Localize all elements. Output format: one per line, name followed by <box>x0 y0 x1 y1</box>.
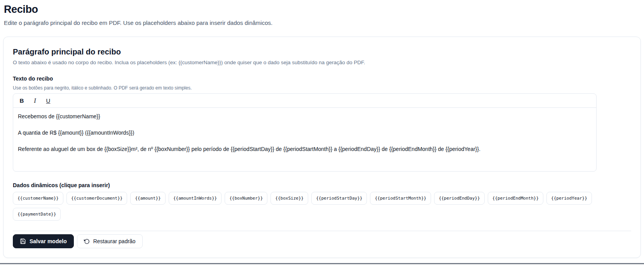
placeholder-chip-periodStartDay[interactable]: {{periodStartDay}} <box>311 192 367 205</box>
card-footer: Salvar modelo Restaurar padrão <box>13 231 631 248</box>
bold-button[interactable]: B <box>16 95 27 106</box>
page-title: Recibo <box>4 3 641 16</box>
placeholder-chip-amountInWords[interactable]: {{amountInWords}} <box>169 192 222 205</box>
editor-paragraph: Recebemos de {{customerName}} <box>18 112 592 120</box>
editor-paragraph: A quantia de R$ {{amount}} ({{amountInWo… <box>18 129 592 137</box>
editor-toolbar: B I U <box>13 94 596 108</box>
save-template-button[interactable]: Salvar modelo <box>13 234 74 248</box>
editor-help-text: Use os botões para negrito, itálico e su… <box>13 85 631 91</box>
placeholder-chip-paymentDate[interactable]: {{paymentDate}} <box>13 208 61 221</box>
placeholders-label: Dados dinâmicos (clique para inserir) <box>13 182 631 189</box>
editor-paragraph: Referente ao aluguel de um box de {{boxS… <box>18 145 592 153</box>
restore-default-label: Restaurar padrão <box>93 238 136 244</box>
placeholder-chip-boxNumber[interactable]: {{boxNumber}} <box>225 192 267 205</box>
editor-label: Texto do recibo <box>13 75 631 82</box>
card-description: O texto abaixo é usado no corpo do recib… <box>13 59 631 66</box>
placeholder-chip-periodYear[interactable]: {{periodYear}} <box>546 192 592 205</box>
restore-default-button[interactable]: Restaurar padrão <box>77 234 143 248</box>
placeholder-chip-customerDocument[interactable]: {{customerDocument}} <box>66 192 127 205</box>
placeholder-chip-periodStartMonth[interactable]: {{periodStartMonth}} <box>370 192 431 205</box>
editor-content-area[interactable]: Recebemos de {{customerName}} A quantia … <box>13 108 596 171</box>
save-template-label: Salvar modelo <box>30 238 67 244</box>
underline-button[interactable]: U <box>43 95 54 106</box>
placeholder-chip-boxSize[interactable]: {{boxSize}} <box>271 192 308 205</box>
page-bottom-divider <box>0 263 644 264</box>
page-subtitle: Edite o parágrafo principal do recibo em… <box>4 19 641 26</box>
placeholder-chip-customerName[interactable]: {{customerName}} <box>13 192 63 205</box>
placeholder-chip-list: {{customerName}} {{customerDocument}} {{… <box>13 192 597 221</box>
placeholder-chip-amount[interactable]: {{amount}} <box>130 192 165 205</box>
italic-button[interactable]: I <box>30 95 40 106</box>
receipt-text-editor: B I U Recebemos de {{customerName}} A qu… <box>13 93 597 172</box>
card-title: Parágrafo principal do recibo <box>13 46 631 57</box>
placeholder-chip-periodEndMonth[interactable]: {{periodEndMonth}} <box>488 192 543 205</box>
placeholder-chip-periodEndDay[interactable]: {{periodEndDay}} <box>434 192 485 205</box>
rotate-ccw-icon <box>84 239 90 244</box>
save-icon <box>20 238 26 244</box>
page: Recibo Edite o parágrafo principal do re… <box>0 0 644 258</box>
receipt-template-card: Parágrafo principal do recibo O texto ab… <box>3 37 641 258</box>
